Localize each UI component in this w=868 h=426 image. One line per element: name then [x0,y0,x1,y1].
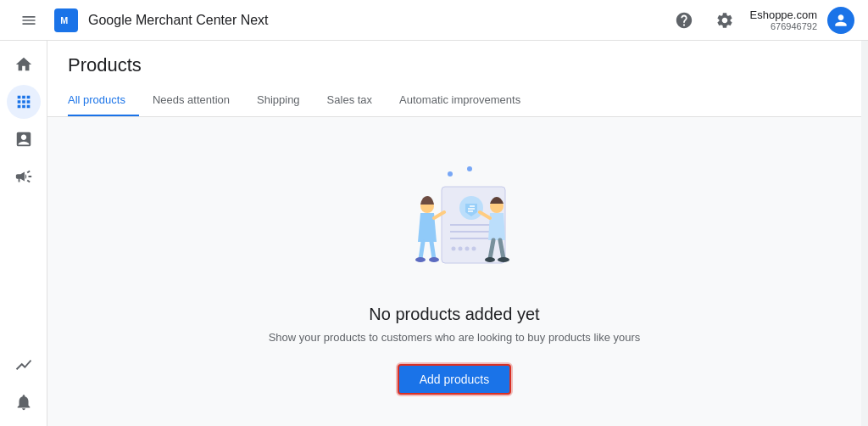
sidebar-item-analytics[interactable] [7,348,41,382]
sidebar [0,41,47,426]
scrollbar-track [861,41,868,426]
account-name: Eshoppe.com [750,8,818,21]
svg-text:M: M [60,15,68,25]
hamburger-menu-button[interactable] [14,5,44,36]
tab-all-products[interactable]: All products [68,87,139,116]
svg-point-3 [467,166,472,171]
nav-left: M Google Merchant Center Next [14,5,669,36]
tab-sales-tax[interactable]: Sales tax [314,87,386,116]
tab-needs-attention[interactable]: Needs attention [139,87,243,116]
brand-logo: M [54,8,78,32]
svg-point-11 [471,247,476,251]
app-body: Products All products Needs attention Sh… [0,41,868,426]
empty-state: No products added yet Show your products… [269,149,641,395]
svg-point-24 [498,257,509,262]
main-content: Products All products Needs attention Sh… [47,41,861,426]
svg-point-10 [465,247,469,251]
svg-line-15 [420,242,423,259]
empty-state-illustration [370,149,539,284]
add-products-button[interactable]: Add products [398,364,512,395]
tab-shipping[interactable]: Shipping [243,87,314,116]
svg-point-18 [429,257,439,262]
svg-line-16 [431,242,434,259]
sidebar-item-reports[interactable] [7,122,41,156]
content-area: No products added yet Show your products… [47,117,861,426]
page-header: Products All products Needs attention Sh… [47,41,861,117]
settings-button[interactable] [709,5,740,36]
brand-title: Google Merchant Center Next [88,13,269,28]
tab-automatic-improvements[interactable]: Automatic improvements [386,87,534,116]
tabs: All products Needs attention Shipping Sa… [68,87,841,116]
svg-point-2 [448,171,453,177]
navbar: M Google Merchant Center Next Eshoppe.co… [0,0,868,41]
sidebar-item-marketing[interactable] [7,160,41,193]
sidebar-item-notifications[interactable] [7,385,41,419]
empty-state-title: No products added yet [369,305,539,324]
svg-point-17 [415,257,426,262]
avatar[interactable] [827,7,854,34]
sidebar-item-home[interactable] [7,48,41,81]
account-id: 676946792 [771,21,817,31]
nav-right: Eshoppe.com 676946792 [669,5,855,36]
sidebar-item-products[interactable] [7,85,41,119]
account-info: Eshoppe.com 676946792 [750,8,818,31]
svg-point-8 [451,247,455,251]
page-title: Products [68,54,841,76]
empty-state-description: Show your products to customers who are … [269,331,641,344]
svg-point-9 [458,247,462,251]
svg-point-23 [485,257,495,262]
help-button[interactable] [669,5,699,36]
